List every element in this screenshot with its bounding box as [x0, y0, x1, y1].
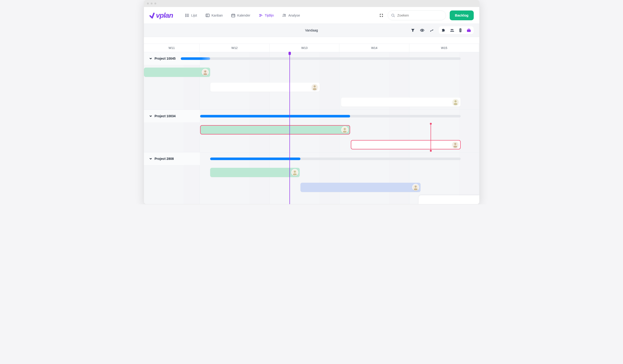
deadline-marker [431, 124, 431, 151]
filter-icon[interactable] [411, 28, 415, 32]
progress-fill [210, 158, 300, 160]
svg-line-19 [394, 16, 395, 17]
task-bar[interactable] [300, 183, 421, 192]
briefcase-icon[interactable] [467, 28, 471, 32]
week-header: W11W12W13W14W15 [144, 44, 479, 52]
timeline-body[interactable]: Project 10045 Project 10034 Project 2808 [144, 52, 479, 204]
eye-icon[interactable] [420, 28, 424, 32]
week-column: W11 [144, 44, 200, 52]
task-bar[interactable] [341, 97, 461, 107]
task-bar[interactable] [210, 82, 320, 92]
progress-track [200, 115, 461, 118]
view-mode-group [439, 26, 474, 34]
task-bar[interactable] [210, 168, 300, 177]
week-column: W14 [339, 44, 409, 52]
blank-strip [144, 37, 479, 44]
avatar[interactable] [341, 126, 348, 133]
chevron-down-icon [149, 157, 152, 160]
nav-label: Analyse [288, 14, 300, 17]
window-dot [151, 2, 153, 4]
avatar[interactable] [291, 169, 298, 176]
svg-point-5 [185, 16, 186, 17]
svg-point-24 [460, 29, 461, 30]
calendar-icon [231, 13, 235, 18]
task-bar[interactable] [351, 140, 461, 149]
progress-track [181, 57, 461, 60]
sub-toolbar: Vandaag [144, 24, 479, 37]
svg-point-18 [392, 14, 394, 16]
logo: vplan [150, 11, 173, 19]
week-column: W13 [270, 44, 340, 52]
avatar[interactable] [452, 141, 459, 148]
avatar[interactable] [452, 99, 459, 105]
task-bar[interactable] [144, 68, 210, 77]
top-header: vplan Lijst Kanban Kalender Tijdlijn [144, 7, 479, 24]
nav-tab-kanban[interactable]: Kanban [204, 12, 224, 19]
progress-fill [200, 115, 350, 118]
nav-tabs: Lijst Kanban Kalender Tijdlijn Analyse [184, 12, 301, 19]
svg-point-41 [415, 185, 417, 188]
project-name: Project 2808 [155, 157, 174, 161]
timeline-icon [259, 13, 263, 18]
task-row [144, 65, 479, 80]
svg-rect-8 [232, 14, 235, 17]
avatar[interactable] [412, 184, 419, 191]
browser-chrome [144, 0, 480, 7]
svg-point-39 [294, 171, 296, 173]
people-icon[interactable] [450, 28, 454, 32]
task-row [144, 122, 479, 137]
svg-point-33 [455, 100, 457, 102]
week-column: W15 [409, 44, 479, 52]
nav-tab-analyse[interactable]: Analyse [281, 12, 301, 19]
nav-tab-tijdlijn[interactable]: Tijdlijn [258, 12, 275, 19]
svg-rect-6 [206, 14, 209, 17]
svg-point-4 [185, 15, 186, 16]
svg-point-26 [460, 31, 461, 32]
backlog-button[interactable]: Backlog [450, 10, 473, 20]
puzzle-icon[interactable] [442, 28, 446, 32]
logo-check-icon [149, 12, 157, 21]
task-row [144, 80, 479, 95]
nav-label: Tijdlijn [265, 14, 274, 17]
window-dot [155, 2, 156, 4]
avatar[interactable] [202, 69, 209, 76]
avatar[interactable] [311, 84, 318, 91]
chart-icon [282, 13, 287, 18]
chevron-down-icon [149, 57, 152, 60]
tools-icon[interactable] [429, 28, 434, 32]
nav-label: Kanban [212, 14, 223, 17]
today-label[interactable]: Vandaag [305, 28, 318, 32]
svg-point-21 [451, 29, 452, 30]
svg-point-37 [454, 143, 456, 145]
week-column: W12 [200, 44, 270, 52]
task-row [144, 137, 479, 152]
search-field[interactable] [388, 10, 446, 20]
project-name: Project 10034 [155, 114, 176, 118]
nav-label: Lijst [191, 14, 197, 17]
task-row [144, 165, 479, 180]
traffic-light-icon[interactable] [458, 28, 463, 32]
svg-point-20 [422, 30, 423, 31]
window-dot [147, 2, 149, 4]
progress-fill [181, 57, 210, 60]
svg-point-35 [344, 128, 346, 130]
nav-label: Kalender [237, 14, 250, 17]
task-row [144, 95, 479, 110]
task-row [144, 180, 479, 195]
search-icon [391, 14, 395, 17]
fullscreen-button[interactable] [379, 13, 384, 18]
svg-point-31 [314, 85, 316, 87]
search-input[interactable] [397, 13, 443, 17]
chevron-down-icon [149, 114, 152, 118]
today-line [289, 52, 290, 204]
timeline-rows: Project 10045 Project 10034 Project 2808 [144, 52, 479, 195]
task-bar[interactable] [200, 125, 350, 134]
nav-tab-kalender[interactable]: Kalender [230, 12, 251, 19]
svg-rect-27 [467, 30, 471, 32]
logo-text: vplan [156, 11, 173, 19]
svg-point-25 [460, 30, 461, 31]
bottom-panel[interactable] [419, 195, 479, 204]
nav-tab-lijst[interactable]: Lijst [184, 12, 198, 19]
list-icon [185, 13, 189, 18]
svg-point-22 [452, 29, 453, 30]
